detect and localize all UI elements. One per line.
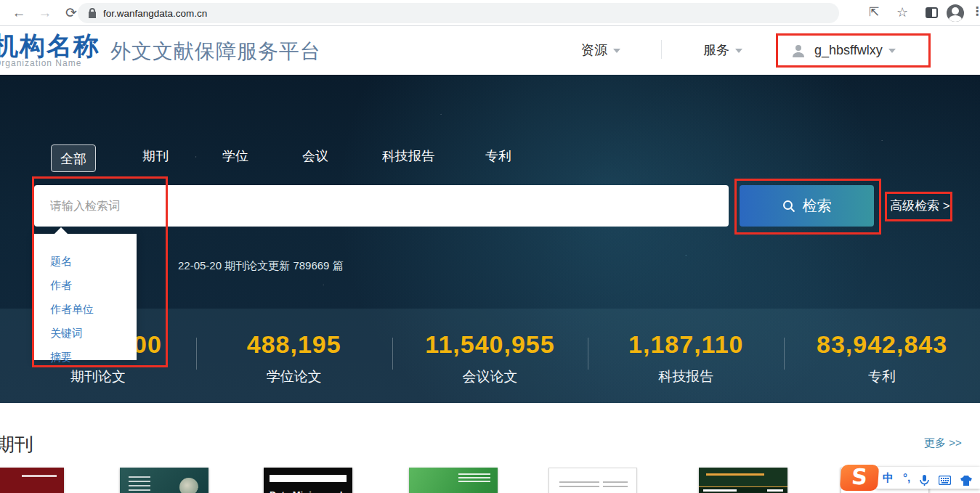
ime-punctuation-toggle[interactable]: °, xyxy=(903,467,910,489)
stat-tech-reports: 1,187,110 科技报告 xyxy=(588,309,784,403)
ime-language-toggle[interactable]: 中 xyxy=(883,467,894,489)
journal-cover[interactable] xyxy=(409,468,498,493)
journals-heading: 期刊 xyxy=(0,432,33,457)
address-bar[interactable]: for.wanfangdata.com.cn xyxy=(78,3,839,23)
cover-band xyxy=(270,475,347,482)
advanced-search-link[interactable]: 高级检索 > xyxy=(890,197,950,214)
tab-all[interactable]: 全部 xyxy=(51,144,96,172)
stat-label: 专利 xyxy=(784,367,980,386)
nav-services[interactable]: 服务 xyxy=(703,41,742,59)
lock-icon xyxy=(88,8,97,18)
nav-divider xyxy=(661,40,662,59)
microphone-icon[interactable] xyxy=(920,470,929,486)
journal-cover[interactable]: JEVA xyxy=(0,468,64,493)
ime-toolbar: 中 °, xyxy=(875,467,980,489)
username-text: g_hbsffwlxy xyxy=(814,43,883,58)
browser-menu-icon[interactable]: ⋮ xyxy=(971,4,980,18)
journal-cover[interactable] xyxy=(548,468,637,493)
stat-label: 学位论文 xyxy=(196,367,392,386)
update-notice: 22-05-20 期刊论文更新 789669 篇 xyxy=(178,259,344,273)
search-button[interactable]: 检索 xyxy=(740,185,874,227)
stat-value: 1,187,110 xyxy=(588,330,784,359)
side-panel-icon[interactable] xyxy=(926,7,938,18)
org-logo-en: Organization Name xyxy=(0,58,81,68)
stat-label: 科技报告 xyxy=(588,367,784,386)
chevron-down-icon xyxy=(613,49,620,53)
nav-resources-label: 资源 xyxy=(581,43,607,57)
nav-resources[interactable]: 资源 xyxy=(581,41,620,59)
browser-toolbar: ← → ⟳ for.wanfangdata.com.cn ⇱ ☆ ⋮ xyxy=(0,0,980,26)
ime-skin-icon[interactable] xyxy=(960,470,972,486)
stat-value: 488,195 xyxy=(196,330,392,359)
search-field-dropdown: 题名 作者 作者单位 关键词 摘要 xyxy=(34,234,137,360)
bookmark-star-icon[interactable]: ☆ xyxy=(896,4,908,20)
site-header: 机构名称 Organization Name 外文文献保障服务平台 资源 服务 … xyxy=(0,27,980,75)
cover-text-lines xyxy=(559,481,599,490)
stat-patents: 83,942,843 专利 xyxy=(784,309,980,403)
field-option-title[interactable]: 题名 xyxy=(34,250,137,274)
search-input[interactable] xyxy=(34,185,729,227)
cover-title: Data Mining and xyxy=(270,489,342,493)
chevron-down-icon xyxy=(735,49,742,53)
tab-patent[interactable]: 专利 xyxy=(485,147,511,165)
more-journals-link[interactable]: 更多 >> xyxy=(924,436,962,450)
forward-icon[interactable]: → xyxy=(35,3,55,23)
field-option-author[interactable]: 作者 xyxy=(34,274,137,298)
user-menu[interactable]: g_hbsffwlxy xyxy=(776,33,931,68)
nav-services-label: 服务 xyxy=(703,43,729,57)
user-icon xyxy=(791,44,806,58)
journal-cover[interactable] xyxy=(699,468,787,493)
chevron-down-icon xyxy=(888,49,896,53)
field-option-affiliation[interactable]: 作者单位 xyxy=(34,298,137,322)
stat-label: 会议论文 xyxy=(392,367,588,386)
share-icon[interactable]: ⇱ xyxy=(869,4,879,20)
tab-degree[interactable]: 学位 xyxy=(222,147,248,165)
stat-value: 83,942,843 xyxy=(784,330,980,359)
virtual-keyboard-icon[interactable] xyxy=(939,470,951,485)
journal-cover[interactable]: Data Mining and xyxy=(264,468,352,493)
back-icon[interactable]: ← xyxy=(9,3,29,23)
field-option-abstract[interactable]: 摘要 xyxy=(34,346,137,370)
search-button-label: 检索 xyxy=(803,196,832,216)
cover-band xyxy=(699,486,787,493)
tab-tech-report[interactable]: 科技报告 xyxy=(382,147,434,165)
stat-degree-papers: 488,195 学位论文 xyxy=(196,309,392,403)
tab-journal[interactable]: 期刊 xyxy=(142,147,169,165)
cover-text-lines xyxy=(603,481,628,490)
profile-avatar-icon[interactable] xyxy=(947,4,964,22)
stat-value: 11,540,955 xyxy=(392,330,588,359)
hero-banner: 全部 期刊 学位 会议 科技报告 专利 检索 高级检索 > 22-05-20 期… xyxy=(0,75,980,403)
journals-section: 期刊 更多 >> JEVA Data Mining and xyxy=(0,403,980,493)
field-option-keyword[interactable]: 关键词 xyxy=(34,322,137,346)
tab-conference[interactable]: 会议 xyxy=(302,147,328,165)
search-icon xyxy=(782,200,795,213)
journal-cover[interactable] xyxy=(120,468,208,493)
statistics-band: 00 期刊论文 488,195 学位论文 11,540,955 会议论文 1,1… xyxy=(0,309,980,403)
url-text: for.wanfangdata.com.cn xyxy=(103,8,207,19)
stat-conference-papers: 11,540,955 会议论文 xyxy=(392,309,588,403)
sogou-ime-logo[interactable]: S xyxy=(840,465,880,491)
site-title: 外文文献保障服务平台 xyxy=(110,38,321,65)
stat-label: 期刊论文 xyxy=(0,367,196,386)
